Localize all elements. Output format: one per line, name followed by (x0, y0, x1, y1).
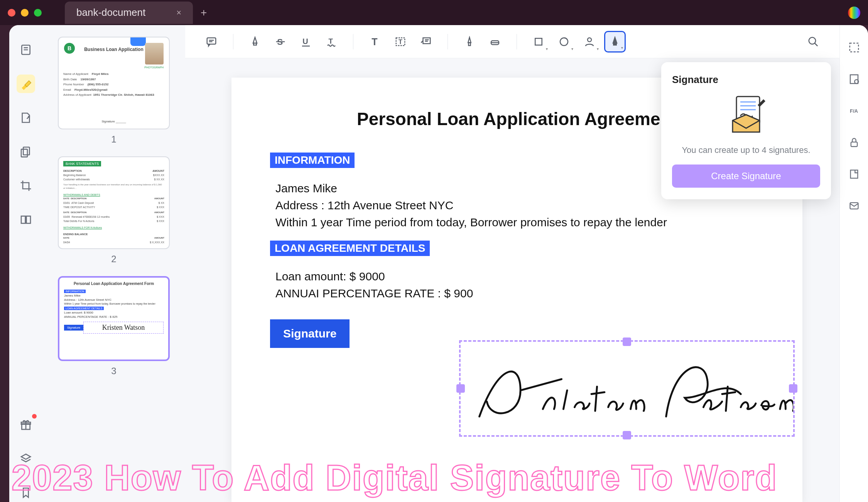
tab-label: bank-document (76, 7, 145, 19)
toolbar: S U T T T ▾ ▾ ▾ ▾ (185, 25, 839, 58)
thumb-number-3: 3 (58, 366, 170, 376)
underline-icon[interactable]: U (295, 31, 317, 53)
new-tab-button[interactable]: + (201, 7, 207, 19)
comment-icon[interactable] (201, 31, 222, 53)
main-column: S U T T T ▾ ▾ ▾ ▾ Personal Loan Applicat… (185, 25, 839, 502)
resize-handle-top[interactable] (623, 337, 631, 346)
crop-tool-icon[interactable] (17, 176, 35, 195)
titlebar: bank-document × + (0, 0, 868, 25)
signature-panel-message: You can create up to 4 signatures. (672, 145, 820, 155)
svg-rect-7 (26, 216, 30, 224)
doc-promise: Within 1 year Time period from today, Bo… (275, 216, 764, 229)
close-tab-icon[interactable]: × (176, 8, 181, 18)
doc-address: Address : 12th Avenue Street NYC (275, 199, 764, 212)
svg-rect-29 (535, 38, 542, 45)
svg-point-33 (809, 37, 816, 44)
properties-icon[interactable] (847, 72, 861, 86)
svg-rect-5 (21, 149, 27, 157)
thumb3-loan-badge: LOAN AGREEMENT DETAILS (64, 307, 104, 310)
svg-rect-42 (851, 142, 857, 147)
app-logo-icon[interactable] (848, 7, 860, 19)
thumb-number-1: 1 (58, 134, 170, 145)
search-icon[interactable] (802, 31, 824, 53)
user-stamp-icon[interactable]: ▾ (579, 31, 600, 53)
thumb1-photo-caption: PHOTOGRAPH (144, 66, 164, 69)
thumb2-table: DESCRIPTIONAMOUNT Beginning Balance$XXX.… (63, 169, 164, 244)
app-window: B PHOTOGRAPH Business Loan Application N… (9, 25, 868, 502)
bookmark-icon[interactable] (17, 483, 35, 502)
pencil-icon[interactable] (459, 31, 480, 53)
squiggly-underline-icon[interactable]: T (321, 31, 342, 53)
stamp-icon[interactable]: ▾ (553, 31, 575, 53)
resize-handle-right[interactable] (789, 384, 797, 393)
callout-icon[interactable] (415, 31, 437, 53)
thumb1-logo-icon: B (64, 43, 75, 54)
ocr-icon[interactable] (847, 41, 861, 54)
right-sidebar: F/A (839, 25, 868, 502)
thumbnail-panel: B PHOTOGRAPH Business Loan Application N… (42, 25, 185, 502)
page-thumb-3[interactable]: Personal Loan Application Agreement Form… (58, 276, 170, 361)
svg-text:T: T (399, 38, 402, 45)
signature-panel-illustration-icon (672, 93, 820, 136)
section-loan-details: LOAN AGREEMENT DETAILS (270, 241, 430, 256)
thumbnails-tool-icon[interactable] (17, 41, 35, 59)
text-box-icon[interactable]: T (390, 31, 411, 53)
svg-text:T: T (329, 37, 333, 45)
copy-pages-tool-icon[interactable] (17, 142, 35, 161)
layers-icon[interactable] (17, 449, 35, 468)
thumb1-signature-line: Signature ______ (101, 120, 126, 123)
doc-loan-amount: Loan amount: $ 9000 (275, 270, 764, 283)
thumb3-sigbox: Kristen Watson (83, 322, 164, 334)
close-window-icon[interactable] (8, 9, 15, 17)
strikethrough-icon[interactable]: S (270, 31, 291, 53)
attach-icon[interactable] (847, 167, 861, 181)
compare-tool-icon[interactable] (17, 210, 35, 229)
svg-rect-39 (849, 43, 858, 52)
tab-bank-document[interactable]: bank-document × (65, 2, 193, 24)
page-thumb-2[interactable]: BANK STATEMENTS DESCRIPTIONAMOUNT Beginn… (58, 156, 170, 249)
svg-rect-6 (21, 216, 25, 224)
svg-rect-11 (207, 38, 216, 44)
thumb-number-2: 2 (58, 254, 170, 265)
page-thumb-1[interactable]: B PHOTOGRAPH Business Loan Application N… (58, 37, 170, 129)
resize-handle-bottom[interactable] (623, 431, 631, 439)
mail-icon[interactable] (847, 199, 861, 213)
window-controls (8, 9, 42, 17)
signature-panel: Signature You can create up to 4 signatu… (661, 62, 831, 199)
lock-icon[interactable] (847, 136, 861, 149)
text-icon[interactable]: T (364, 31, 386, 53)
pdfa-icon[interactable]: F/A (847, 104, 861, 118)
signature-tool-icon[interactable]: ▾ (604, 31, 626, 53)
highlighter-tool-icon[interactable] (17, 75, 35, 93)
signature-selection-box[interactable] (459, 340, 795, 437)
svg-text:T: T (372, 36, 377, 47)
svg-line-34 (815, 43, 818, 46)
thumb3-sig-button: Signature (64, 325, 83, 331)
thumb3-info-badge: INFORMATION (64, 290, 86, 293)
thumb1-photo-icon (145, 43, 164, 64)
gift-icon[interactable] (17, 416, 35, 434)
svg-rect-4 (23, 147, 29, 155)
shape-icon[interactable]: ▾ (528, 31, 549, 53)
svg-text:U: U (302, 37, 308, 46)
svg-rect-26 (469, 42, 471, 46)
create-signature-button[interactable]: Create Signature (672, 165, 820, 188)
highlight-icon[interactable] (244, 31, 266, 53)
thumb1-fields: Name of Applicant Floyd Miles Birth Date… (63, 71, 164, 98)
signature-image[interactable] (461, 342, 793, 435)
thumb1-corner-decoration (130, 37, 146, 46)
annotate-tool-icon[interactable] (17, 109, 35, 127)
left-sidebar (9, 25, 42, 502)
fullscreen-window-icon[interactable] (34, 9, 42, 17)
section-information: INFORMATION (270, 153, 355, 168)
svg-rect-14 (253, 43, 257, 45)
svg-rect-32 (613, 43, 616, 45)
minimize-window-icon[interactable] (21, 9, 29, 17)
thumb2-badge: BANK STATEMENTS (63, 161, 101, 166)
svg-point-3 (29, 116, 30, 117)
doc-apr: ANNUAI PERCENTAGE RATE : $ 900 (275, 287, 764, 300)
signature-label: Signature (270, 319, 350, 348)
resize-handle-left[interactable] (456, 384, 465, 393)
eraser-icon[interactable] (484, 31, 506, 53)
svg-rect-43 (850, 170, 858, 178)
